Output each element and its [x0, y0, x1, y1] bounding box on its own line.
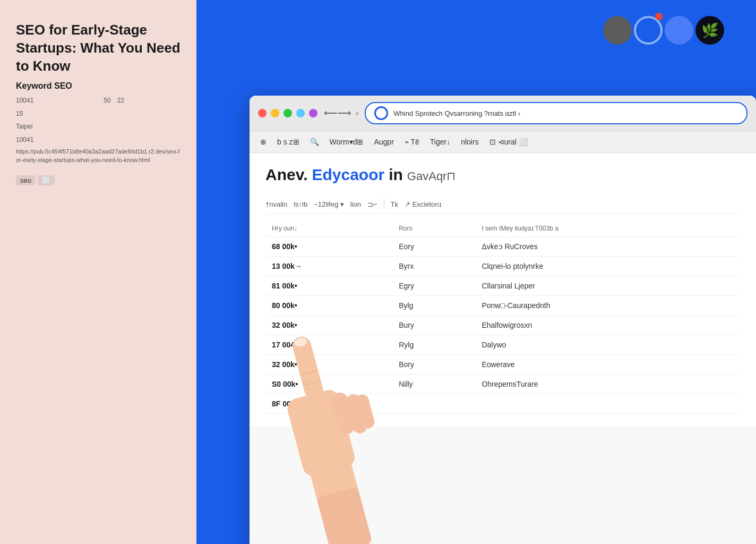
- url-info: https://pub-5c454f571b8e40a3a2aad27ade84…: [16, 147, 181, 165]
- toolbar-item-6[interactable]: ↗ Excietonɪ: [405, 200, 441, 208]
- page-title-in: in: [389, 166, 403, 184]
- article-title: SEO for Early-Stage Startups: What You N…: [16, 21, 181, 75]
- address-circle-icon: [374, 106, 388, 120]
- cell-col2-8: [392, 394, 475, 414]
- toolbar-item-1[interactable]: ls↑lb: [294, 200, 307, 208]
- nav-item-augpr[interactable]: Augpr: [374, 135, 393, 148]
- logo-icon-3: [665, 16, 693, 45]
- nav-item-0[interactable]: ⊕: [260, 135, 267, 148]
- meta-line-4: 10041: [16, 134, 181, 145]
- table-row[interactable]: 17 004• Rylg Dalywo: [265, 335, 740, 355]
- nav-item-worm[interactable]: Worm▾d⊞: [330, 135, 364, 148]
- table-row[interactable]: 8F 00k•: [265, 394, 740, 414]
- page-header: Anev. Edycaoor in GavAqr⊓: [265, 166, 740, 184]
- cell-volume-4: 32 00k•: [265, 316, 392, 335]
- browser-window: ⟵⟶ › Whind Sprotech Qvsarroning ?rnats α…: [250, 96, 756, 544]
- left-panel: SEO for Early-Stage Startups: What You N…: [0, 0, 196, 544]
- cell-col2-7: Nilly: [392, 375, 475, 394]
- cell-col2-4: Bury: [392, 316, 475, 335]
- nav-item-aural[interactable]: ⊡ ⊲ural ⬜: [489, 135, 528, 148]
- logo-area: 🌿: [603, 16, 724, 45]
- page-title-sub: GavAqr⊓: [407, 169, 456, 183]
- table-row[interactable]: 80 00k• Bylg Ponw□-Caurapednth: [265, 296, 740, 316]
- cell-col3-5: Dalywo: [475, 335, 740, 355]
- logo-icon-2: [634, 16, 663, 45]
- cell-col2-0: Eory: [392, 237, 475, 257]
- tl-yellow[interactable]: [271, 109, 279, 117]
- table-row[interactable]: 32 00k• Bury Ehalfowigrosxn: [265, 316, 740, 335]
- tag-box[interactable]: ⬜: [38, 175, 55, 185]
- cell-col3-7: OhrepemsTurare: [475, 375, 740, 394]
- nav-back[interactable]: ⟵⟶: [324, 107, 351, 119]
- tag-seo[interactable]: seo: [16, 175, 36, 185]
- address-bar[interactable]: Whind Sprotech Qvsarroning ?rnats αztl ›: [365, 102, 748, 124]
- toolbar-divider: [384, 199, 384, 209]
- th-col3: I sem IMey iludyaɪ T003b a: [475, 220, 740, 237]
- data-table: Hry oun↓ Roro I sem IMey iludyaɪ T003b a…: [265, 220, 740, 414]
- logo-icon-1: [603, 16, 632, 45]
- cell-col3-4: Ehalfowigrosxn: [475, 316, 740, 335]
- table-row[interactable]: S0 00k• Nilly OhrepemsTurare: [265, 375, 740, 394]
- cell-col2-6: Bory: [392, 355, 475, 375]
- cell-volume-7: S0 00k•: [265, 375, 392, 394]
- table-row[interactable]: 13 00k→ Byrx Clqnei-lo ptolynrke: [265, 257, 740, 276]
- toolbar-item-0[interactable]: †nvalin: [265, 200, 287, 208]
- page-title-highlight: Edycaoor: [312, 166, 384, 184]
- tl-purple[interactable]: [309, 109, 317, 117]
- table-row[interactable]: 68 00k• Eory Δvkeɔ RuCroves: [265, 237, 740, 257]
- table-row[interactable]: 32 00k• Bory Eowerave: [265, 355, 740, 375]
- nav-item-1[interactable]: b s z⊞: [277, 135, 299, 148]
- cell-col3-1: Clqnei-lo ptolynrke: [475, 257, 740, 276]
- cell-volume-3: 80 00k•: [265, 296, 392, 316]
- meta-line-2: 15: [16, 108, 181, 119]
- th-col2: Roro: [392, 220, 475, 237]
- cell-volume-5: 17 004•: [265, 335, 392, 355]
- tl-blue[interactable]: [296, 109, 305, 117]
- cell-col2-3: Bylg: [392, 296, 475, 316]
- table-row[interactable]: 81 00k• Egry Cllarsinal Ljeper: [265, 276, 740, 296]
- cell-col3-3: Ponw□-Caurapednth: [475, 296, 740, 316]
- cell-col3-8: [475, 394, 740, 414]
- toolbar-item-4[interactable]: ⊐⌐: [367, 200, 377, 208]
- tl-red[interactable]: [258, 109, 267, 117]
- toolbar-item-2[interactable]: ~12lifeg ▾: [314, 200, 344, 208]
- nav-item-te[interactable]: ⌁ Tē: [405, 135, 419, 148]
- svg-rect-7: [310, 461, 373, 544]
- cell-col2-1: Byrx: [392, 257, 475, 276]
- meta-line-1: 10041 50 22: [16, 95, 181, 106]
- nav-item-nloirs[interactable]: nloirs: [461, 135, 478, 148]
- nav-forward[interactable]: ›: [356, 108, 358, 118]
- cell-col3-6: Eowerave: [475, 355, 740, 375]
- th-volume: Hry oun↓: [265, 220, 392, 237]
- toolbar-item-3[interactable]: lion: [350, 200, 361, 208]
- cell-volume-8: 8F 00k•: [265, 394, 392, 414]
- browser-nav: ⊕ b s z⊞ 🔍 Worm▾d⊞ Augpr ⌁ Tē Tiger↓ nlo…: [250, 131, 756, 153]
- cell-col3-0: Δvkeɔ RuCroves: [475, 237, 740, 257]
- toolbar-item-5[interactable]: Tk: [391, 200, 398, 208]
- table-toolbar: †nvalin ls↑lb ~12lifeg ▾ lion ⊐⌐ Tk ↗ Ex…: [265, 194, 740, 214]
- cell-volume-0: 68 00k•: [265, 237, 392, 257]
- cell-col2-2: Egry: [392, 276, 475, 296]
- keyword-label: Keyword SEO: [16, 81, 181, 91]
- nav-controls: ⟵⟶ ›: [324, 107, 358, 119]
- cell-volume-2: 81 00k•: [265, 276, 392, 296]
- address-text: Whind Sprotech Qvsarroning ?rnats αztl ›: [393, 109, 520, 117]
- meta-line-3: Taipei: [16, 121, 181, 132]
- svg-rect-8: [316, 487, 373, 544]
- cell-col3-2: Cllarsinal Ljeper: [475, 276, 740, 296]
- table-header-row: Hry oun↓ Roro I sem IMey iludyaɪ T003b a: [265, 220, 740, 237]
- tl-green[interactable]: [284, 109, 292, 117]
- nav-item-tiger[interactable]: Tiger↓: [430, 135, 450, 148]
- page-title-main: Anev.: [265, 166, 307, 184]
- right-panel: 🌿 ⟵⟶ › Whind Sprotech Qvsarroning ?rnats…: [196, 0, 756, 544]
- browser-chrome: ⟵⟶ › Whind Sprotech Qvsarroning ?rnats α…: [250, 96, 756, 131]
- nav-item-search[interactable]: 🔍: [310, 135, 319, 148]
- cell-volume-1: 13 00k→: [265, 257, 392, 276]
- cell-volume-6: 32 00k•: [265, 355, 392, 375]
- cell-col2-5: Rylg: [392, 335, 475, 355]
- traffic-lights: [258, 109, 317, 117]
- browser-content: Anev. Edycaoor in GavAqr⊓ †nvalin ls↑lb …: [250, 153, 756, 427]
- logo-icon-4: 🌿: [695, 16, 724, 45]
